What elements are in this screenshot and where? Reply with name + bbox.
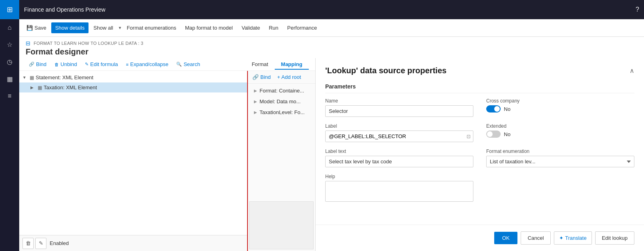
action-toolbar: 🔗 Bind 🗑 Unbind ✎ Edit formula ≡ Expand/… [19,58,315,71]
tab-mapping[interactable]: Mapping [275,60,309,70]
search-button[interactable]: 🔍 Search [173,60,203,69]
content-area: 🔗 Bind 🗑 Unbind ✎ Edit formula ≡ Expand/… [19,58,644,251]
cross-company-label: Cross company [486,98,634,104]
validate-button[interactable]: Validate [237,22,264,33]
xml-element-icon: ▦ [30,75,34,80]
bind-icon: 🔗 [29,62,34,67]
mapping-bind-button[interactable]: 🔗 Bind [251,73,272,81]
help-icon[interactable]: ? [636,6,639,13]
name-input[interactable] [325,105,473,117]
format-enum-group: Format enumeration List of taxation lev.… [486,149,634,167]
right-panel: 'Lookup' data source properties ∧ Parame… [316,58,644,251]
unbind-icon: 🗑 [54,62,59,67]
apps-grid-icon[interactable]: ⊞ [7,5,13,14]
sidebar-item-home[interactable]: ⌂ [0,19,19,36]
sidebar-item-recent[interactable]: ◷ [0,53,19,70]
show-details-button[interactable]: Show details [51,22,89,33]
save-icon: 💾 [26,25,33,31]
page-header: ⊟ FORMAT TO LEARN HOW TO LOOKUP LE DATA … [19,37,644,58]
map-item-label-1: Format: Containe... [260,88,304,94]
label-input[interactable] [326,131,464,142]
map-item-format[interactable]: ▶ Format: Containe... [248,85,315,96]
label-label: Label [325,123,473,129]
label-edit-icon[interactable]: ⊡ [464,134,473,139]
map-arrow-icon-3: ▶ [254,110,257,114]
add-root-button[interactable]: + Add root [276,73,303,81]
filter-icon: ⊟ [26,40,30,46]
map-arrow-icon-1: ▶ [254,88,257,93]
params-grid: Name Cross company No Label [316,98,644,208]
map-content: ▶ Format: Containe... ▶ Model: Data mo..… [248,84,315,200]
xml-element-icon-2: ▦ [38,85,42,90]
run-button[interactable]: Run [265,22,282,33]
sidebar-item-modules[interactable]: ≡ [0,88,19,104]
help-group: Help [325,174,473,202]
name-group: Name [325,98,473,117]
format-enumerations-button[interactable]: Format enumerations [123,22,180,33]
map-item-taxation-level[interactable]: ▶ TaxationLevel: Fo... [248,107,315,118]
extended-toggle-group: No [486,131,634,138]
scroll-placeholder [249,201,314,249]
label-text-input[interactable] [325,156,473,167]
edit-formula-button[interactable]: ✎ Edit formula [82,60,121,69]
header-bar: Finance and Operations Preview ? [19,0,644,19]
tree-item-statement[interactable]: ▼ ▦ Statement: XML Element [19,72,247,82]
help-textarea[interactable] [325,181,473,202]
tab-format[interactable]: Format [245,60,274,70]
translate-button[interactable]: ✦ Translate [554,231,592,245]
label-group: Label ⊡ [325,123,473,142]
page-title: Format designer [26,47,638,56]
show-all-button[interactable]: Show all [89,22,117,33]
main-area: Finance and Operations Preview ? 💾 Save … [19,0,644,251]
performance-button[interactable]: Performance [283,22,321,33]
show-all-dropdown[interactable]: Show all ▼ [89,22,122,33]
ok-button[interactable]: OK [494,232,518,244]
panel-footer: OK Cancel ✦ Translate Edit lookup [316,225,644,251]
map-item-model[interactable]: ▶ Model: Data mo... [248,96,315,107]
edit-lookup-button[interactable]: Edit lookup [595,231,634,245]
extended-value: No [504,131,511,137]
show-all-arrow-icon[interactable]: ▼ [118,26,122,30]
app-title: Finance and Operations Preview [24,6,105,13]
sidebar-item-favorites[interactable]: ☆ [0,36,19,53]
sidebar-item-workspaces[interactable]: ▦ [0,70,19,88]
delete-button[interactable]: 🗑 [22,238,34,249]
panel-header: 'Lookup' data source properties ∧ [316,58,644,82]
cancel-button[interactable]: Cancel [521,231,550,245]
tree-main: ▼ ▦ Statement: XML Element ▶ ▦ Taxation:… [19,71,247,251]
map-item-label-3: TaxationLevel: Fo... [260,109,305,115]
mapping-panel: 🔗 Bind + Add root ▶ Format: Containe... [247,71,315,251]
name-label: Name [325,98,473,104]
format-mapping-tabs: Format Mapping [245,60,309,69]
panel-collapse-icon[interactable]: ∧ [630,67,634,74]
save-button[interactable]: 💾 Save [22,22,50,33]
extended-label: Extended [486,123,634,129]
cross-company-toggle-group: No [486,105,634,112]
label-text-group: Label text [325,149,473,167]
collapse-arrow-icon: ▼ [22,75,28,80]
search-icon: 🔍 [176,62,182,67]
main-toolbar: 💾 Save Show details Show all ▼ Format en… [19,19,644,37]
edit-button[interactable]: ✎ [35,238,46,249]
panel-title: 'Lookup' data source properties [325,66,447,75]
sidebar-top: ⊞ [0,0,19,19]
enabled-status: Enabled [50,240,69,246]
panel-section-header: Parameters [316,82,644,98]
sidebar: ⊞ ⌂ ☆ ◷ ▦ ≡ [0,0,19,251]
map-item-label-2: Model: Data mo... [260,98,301,104]
cross-company-group: Cross company No [486,98,634,117]
toggle-knob-1 [494,106,500,112]
tree-item-taxation[interactable]: ▶ ▦ Taxation: XML Element [19,82,247,92]
bind-button[interactable]: 🔗 Bind [26,60,50,69]
help-label: Help [325,174,473,179]
tree-item-label-2: Taxation: XML Element [44,84,244,90]
edit-formula-icon: ✎ [85,62,89,67]
expand-collapse-button[interactable]: ≡ Expand/collapse [123,60,172,69]
map-format-button[interactable]: Map format to model [181,22,237,33]
cross-company-toggle[interactable] [486,105,501,112]
map-arrow-icon-2: ▶ [254,99,257,104]
tree-panel: 🔗 Bind 🗑 Unbind ✎ Edit formula ≡ Expand/… [19,58,316,251]
unbind-button[interactable]: 🗑 Unbind [51,60,80,69]
format-enum-select[interactable]: List of taxation lev... [486,156,634,167]
extended-toggle[interactable] [486,131,501,138]
